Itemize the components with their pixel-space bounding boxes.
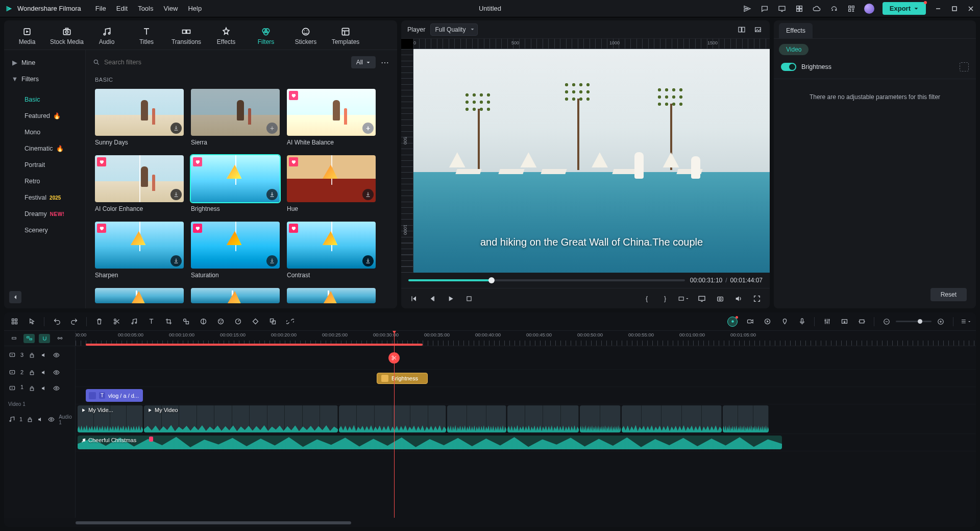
lock-icon[interactable] — [27, 415, 33, 423]
filter-thumbnail[interactable] — [287, 222, 376, 269]
aspect-menu-icon[interactable] — [678, 293, 689, 304]
mark-out-icon[interactable]: } — [659, 293, 671, 304]
compare-view-icon[interactable] — [736, 24, 747, 35]
mode-single-icon[interactable] — [8, 334, 19, 343]
add-icon[interactable]: + — [266, 123, 278, 134]
marker-icon[interactable] — [779, 317, 790, 327]
audio-marker[interactable] — [149, 437, 153, 442]
zoom-in-icon[interactable] — [936, 317, 946, 327]
mode-ripple-icon[interactable] — [54, 334, 65, 343]
favorite-icon[interactable] — [289, 157, 298, 166]
track-lane-v2[interactable]: Tvlog / a / d... — [76, 387, 976, 404]
subcat-basic[interactable]: Basic — [4, 91, 85, 108]
fit-icon[interactable] — [856, 317, 867, 327]
speed-icon[interactable] — [233, 317, 243, 327]
subcat-festival[interactable]: Festival 2025 — [4, 189, 85, 206]
tab-effects[interactable]: Effects — [779, 23, 813, 38]
zoom-out-icon[interactable] — [881, 317, 892, 327]
camera-icon[interactable] — [715, 293, 726, 304]
volume-icon[interactable] — [733, 293, 744, 304]
video-clip[interactable] — [622, 405, 722, 432]
snapshot-view-icon[interactable] — [752, 24, 764, 35]
track-lane-v3[interactable]: Brightness — [76, 370, 976, 387]
filter-thumbnail[interactable] — [287, 288, 376, 303]
tab-media[interactable]: Media — [9, 25, 45, 50]
prop-enable-toggle[interactable] — [781, 63, 796, 71]
step-back-button[interactable] — [427, 293, 438, 304]
redo-icon[interactable] — [69, 317, 79, 327]
visibility-icon[interactable] — [52, 351, 60, 359]
filter-thumbnail[interactable] — [287, 155, 376, 202]
avatar[interactable] — [864, 4, 874, 14]
crop-icon[interactable] — [163, 317, 174, 327]
mark-in-icon[interactable]: { — [641, 293, 652, 304]
music-icon[interactable] — [129, 317, 139, 327]
display-icon[interactable] — [696, 293, 707, 304]
track-header-a1[interactable]: 1Audio 1 — [4, 411, 75, 428]
desktop-icon[interactable] — [777, 4, 787, 13]
filter-thumbnail[interactable] — [95, 288, 184, 303]
unlink-icon[interactable] — [285, 317, 295, 327]
timeline-ruler[interactable]: :00:0000:00:05:0000:00:10:0000:00:15:000… — [76, 331, 976, 346]
sidebar-collapse-button[interactable] — [9, 291, 21, 303]
tab-transitions[interactable]: Transitions — [168, 25, 204, 50]
visibility-icon[interactable] — [52, 368, 60, 376]
video-clip[interactable] — [723, 405, 769, 432]
subcat-featured[interactable]: Featured 🔥 — [4, 108, 85, 124]
delete-icon[interactable] — [94, 317, 104, 327]
add-icon[interactable]: + — [362, 123, 374, 134]
cut-icon[interactable] — [111, 317, 121, 327]
timeline-scrollbar[interactable] — [76, 520, 971, 526]
undo-icon[interactable] — [52, 317, 62, 327]
subcat-scenery[interactable]: Scenery — [4, 222, 85, 238]
tab-stock[interactable]: Stock Media — [49, 25, 85, 50]
subcat-portrait[interactable]: Portrait — [4, 157, 85, 173]
menu-help[interactable]: Help — [188, 5, 202, 12]
track-view-icon[interactable] — [961, 317, 971, 327]
ai-tool-icon[interactable] — [727, 317, 738, 327]
video-clip[interactable] — [580, 405, 621, 432]
track-header-v3[interactable]: 3 — [4, 346, 75, 364]
video-clip[interactable]: My Vide... — [78, 405, 143, 432]
seek-bar[interactable] — [408, 279, 685, 281]
tab-templates[interactable]: Templates — [328, 25, 363, 50]
filter-all-pill[interactable]: All — [351, 56, 376, 68]
maximize-button[interactable] — [950, 5, 959, 13]
filter-thumbnail[interactable]: + — [191, 89, 280, 136]
subcat-retro[interactable]: Retro — [4, 173, 85, 189]
mute-icon[interactable] — [40, 368, 48, 376]
filter-thumbnail[interactable]: + — [287, 89, 376, 136]
lock-icon[interactable] — [28, 351, 36, 359]
download-icon[interactable] — [266, 255, 278, 267]
grid-view-icon[interactable] — [9, 317, 19, 327]
menu-tools[interactable]: Tools — [138, 5, 153, 12]
title-clip[interactable]: Tvlog / a / d... — [86, 389, 143, 402]
export-button[interactable]: Export — [883, 2, 926, 15]
filter-thumbnail[interactable] — [95, 89, 184, 136]
text-icon[interactable] — [146, 317, 156, 327]
audio-clip[interactable]: Cheerful Christmas — [78, 436, 782, 449]
mute-icon[interactable] — [40, 351, 48, 359]
tab-titles[interactable]: Titles — [129, 25, 164, 50]
filter-thumbnail[interactable] — [191, 222, 280, 269]
favorite-icon[interactable] — [193, 157, 202, 166]
download-icon[interactable] — [170, 123, 182, 134]
group-icon[interactable] — [267, 317, 278, 327]
adjust-icon[interactable] — [198, 317, 208, 327]
cloud-icon[interactable] — [812, 4, 821, 13]
video-clip[interactable]: My Video — [144, 405, 338, 432]
library-icon[interactable] — [795, 4, 804, 13]
favorite-icon[interactable] — [289, 224, 298, 233]
tab-filters[interactable]: Filters — [248, 25, 284, 50]
render-icon[interactable] — [762, 317, 772, 327]
mode-snap-icon[interactable] — [39, 334, 50, 343]
search-input[interactable] — [93, 59, 206, 66]
message-icon[interactable] — [760, 4, 769, 13]
record-icon[interactable] — [745, 317, 755, 327]
shapes-icon[interactable] — [181, 317, 191, 327]
menu-edit[interactable]: Edit — [116, 5, 128, 12]
visibility-icon[interactable] — [52, 384, 60, 392]
mute-icon[interactable] — [40, 384, 48, 392]
tab-effects[interactable]: Effects — [208, 25, 244, 50]
filter-thumbnail[interactable] — [191, 288, 280, 303]
